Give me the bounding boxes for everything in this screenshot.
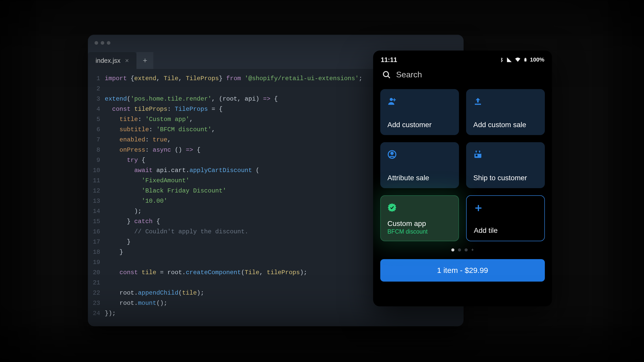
upload-icon: [473, 97, 538, 107]
svg-rect-13: [476, 154, 478, 156]
user-circle-icon: [387, 150, 452, 160]
verified-badge-icon: [387, 203, 452, 213]
pager-dot[interactable]: [458, 248, 461, 251]
svg-rect-6: [393, 100, 396, 100]
tile-label: Attribute sale: [387, 174, 452, 182]
plus-icon: [474, 203, 537, 214]
tile-attribute-sale[interactable]: Attribute sale: [380, 142, 459, 188]
person-icon: [387, 97, 452, 107]
tile-label: Add custom sale: [473, 121, 538, 129]
battery-icon: [523, 57, 527, 63]
search-icon: [382, 70, 391, 79]
new-tab-button[interactable]: +: [136, 52, 153, 69]
status-icons: 100%: [499, 56, 544, 63]
tiles-grid: Add customer Add custom sale Attribute s…: [373, 82, 552, 241]
checkout-label: 1 item - $29.99: [437, 266, 488, 275]
search-row[interactable]: Search: [373, 65, 552, 82]
tile-label: Add customer: [387, 121, 452, 129]
tab-filename: index.jsx: [96, 57, 120, 64]
bluetooth-icon: [499, 57, 504, 62]
line-number-gutter: 123456789101112131415161718192021222324: [88, 74, 105, 319]
svg-point-8: [391, 152, 393, 154]
phone-statusbar: 11:11 100%: [373, 51, 552, 65]
page-indicator: +: [373, 241, 552, 252]
svg-rect-0: [524, 58, 526, 62]
wifi-icon: [515, 57, 521, 63]
tile-label: Add tile: [474, 226, 537, 235]
window-control-close[interactable]: [95, 41, 98, 45]
svg-line-3: [388, 76, 390, 78]
pager-dot[interactable]: [465, 248, 468, 251]
window-control-minimize[interactable]: [101, 41, 104, 45]
cellular-icon: [507, 57, 512, 63]
search-placeholder: Search: [396, 70, 422, 79]
pager-add-icon[interactable]: +: [471, 248, 474, 251]
window-titlebar: [88, 35, 464, 51]
tile-label: Custom app: [387, 220, 452, 228]
window-control-zoom[interactable]: [107, 41, 110, 45]
svg-rect-1: [525, 58, 526, 58]
tile-add-custom-sale[interactable]: Add custom sale: [466, 89, 545, 135]
calendar-icon: [473, 150, 538, 160]
status-time: 11:11: [381, 56, 397, 64]
editor-tab-active[interactable]: index.jsx ×: [88, 52, 136, 69]
svg-point-4: [390, 98, 393, 101]
tile-subtitle: BFCM discount: [387, 228, 452, 235]
checkout-button[interactable]: 1 item - $29.99: [380, 259, 545, 282]
phone-preview: 11:11 100% Search Add customer: [373, 51, 552, 306]
tile-ship-to-customer[interactable]: Ship to customer: [466, 142, 545, 188]
battery-percent: 100%: [530, 56, 544, 63]
tile-add-tile[interactable]: Add tile: [466, 195, 545, 241]
svg-point-2: [383, 71, 388, 77]
close-icon[interactable]: ×: [125, 57, 129, 65]
pager-dot-active[interactable]: [451, 248, 454, 251]
tile-custom-app[interactable]: Custom app BFCM discount: [380, 195, 459, 241]
tile-label: Ship to customer: [473, 174, 538, 182]
svg-rect-12: [479, 151, 480, 153]
tile-add-customer[interactable]: Add customer: [380, 89, 459, 135]
svg-rect-11: [476, 151, 477, 153]
svg-rect-10: [475, 152, 481, 154]
